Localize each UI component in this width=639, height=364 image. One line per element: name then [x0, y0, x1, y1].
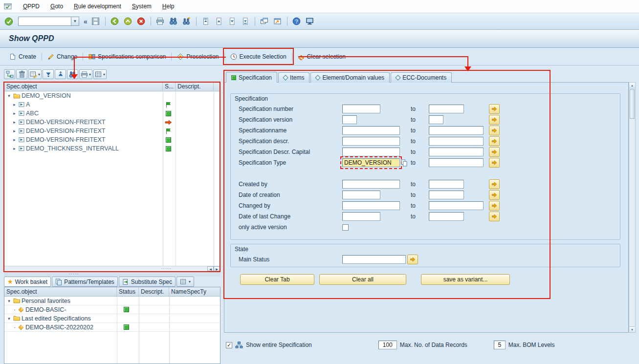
tree-row[interactable]: ▸ DEMO_THICKNESS_INTERVALL — [4, 144, 220, 153]
column-header-descript[interactable]: Descript. — [139, 287, 169, 296]
expand-icon[interactable]: ▸ — [12, 120, 17, 125]
multi-select-button[interactable] — [407, 255, 418, 264]
multi-select-button[interactable] — [489, 104, 500, 114]
menu-qppd[interactable]: QPPD — [18, 1, 45, 12]
create-shortcut-button[interactable] — [272, 16, 284, 27]
tab-specification[interactable]: Specification — [226, 72, 277, 83]
find-next-button[interactable] — [181, 16, 193, 27]
splitter-grip[interactable]: ····· — [68, 273, 79, 276]
column-settings-button[interactable]: ▾ — [28, 69, 42, 79]
spec-descr-capital-to-input[interactable] — [429, 148, 484, 156]
menu-rule-development[interactable]: Rule development — [68, 1, 127, 12]
changed-by-to-input[interactable] — [429, 201, 484, 210]
date-of-creation-from-input[interactable] — [342, 191, 380, 199]
tab-element-domain-values[interactable]: Element/Domain values — [310, 72, 390, 83]
basket-folder-row[interactable]: ▾ Personal favorites — [4, 297, 220, 305]
basket-layout-button[interactable]: ▾ — [176, 277, 194, 287]
collapse-icon[interactable]: ▾ — [6, 316, 12, 321]
tree-row[interactable]: ▸ DEMO-VERSION-FREITEXT — [4, 135, 220, 144]
first-page-button[interactable] — [200, 16, 212, 27]
system-menu-icon[interactable] — [4, 2, 13, 10]
menu-system[interactable]: System — [127, 1, 157, 12]
column-header-namespecty[interactable]: NameSpecTy — [169, 287, 220, 296]
transfer-button[interactable] — [4, 69, 15, 79]
expand-icon[interactable]: ▸ — [12, 146, 17, 151]
multi-select-button[interactable] — [489, 136, 500, 146]
spec-name-from-input[interactable] — [342, 126, 400, 135]
previous-page-button[interactable] — [213, 16, 225, 27]
layout-button[interactable]: ▾ — [93, 69, 107, 79]
scroll-right-icon[interactable]: ▶ — [214, 266, 220, 271]
back-button[interactable] — [109, 16, 121, 27]
sort-descending-button[interactable] — [43, 69, 54, 79]
menu-goto[interactable]: Goto — [45, 1, 68, 12]
date-of-creation-to-input[interactable] — [429, 191, 464, 199]
tree-row-root[interactable]: ▾ DEMO_VERSION — [4, 91, 220, 100]
changed-by-from-input[interactable] — [342, 201, 400, 210]
create-button[interactable]: Create — [5, 51, 41, 62]
collapse-icon[interactable]: ▾ — [6, 299, 12, 303]
multi-select-button[interactable] — [489, 190, 500, 200]
last-page-button[interactable] — [240, 16, 251, 27]
max-data-records-input[interactable] — [378, 341, 397, 349]
tab-ecc-documents[interactable]: ECC-Documents — [391, 72, 452, 83]
multi-select-button[interactable] — [489, 126, 500, 135]
help-button[interactable]: ? — [291, 16, 303, 27]
tab-patterns-templates[interactable]: Patterns/Templates — [52, 277, 118, 287]
save-as-variant-button[interactable]: save as variant... — [421, 274, 510, 285]
exit-button[interactable] — [122, 16, 134, 27]
spec-descr-capital-from-input[interactable] — [342, 148, 400, 156]
clear-selection-button[interactable]: Clear selection — [293, 51, 350, 62]
tab-substitute-spec[interactable]: Substitute Spec — [119, 277, 176, 287]
customize-layout-button[interactable] — [304, 16, 316, 27]
history-dropdown-icon[interactable] — [401, 159, 407, 167]
multi-select-button[interactable] — [489, 201, 500, 211]
created-by-to-input[interactable] — [429, 180, 464, 189]
change-button[interactable]: Change — [43, 51, 82, 62]
expand-icon[interactable]: ▸ — [12, 137, 17, 142]
preselection-button[interactable]: Preselection — [173, 51, 223, 62]
created-by-from-input[interactable] — [342, 180, 400, 189]
tree-horizontal-scrollbar[interactable]: ····· ◀ ▶ — [4, 266, 220, 271]
spec-type-from-input[interactable] — [342, 158, 400, 167]
scrollbar-grip[interactable]: ····· — [161, 267, 172, 270]
next-page-button[interactable] — [226, 16, 238, 27]
collapse-icon[interactable]: ▾ — [6, 93, 12, 98]
spec-version-to-input[interactable] — [429, 115, 443, 124]
command-dropdown-icon[interactable]: ▼ — [71, 17, 79, 26]
spec-type-to-input[interactable] — [429, 158, 484, 167]
sort-ascending-button[interactable] — [55, 69, 66, 79]
enter-button[interactable] — [3, 16, 15, 27]
find-in-tree-button[interactable] — [67, 69, 78, 79]
date-of-last-change-to-input[interactable] — [429, 212, 464, 221]
spec-version-from-input[interactable] — [342, 115, 357, 124]
find-button[interactable] — [168, 16, 179, 27]
new-session-button[interactable] — [259, 16, 270, 27]
column-header-status[interactable]: Status — [117, 287, 139, 296]
scrollbar-thumb[interactable] — [630, 89, 635, 119]
column-header-spec-object[interactable]: Spec.object — [4, 82, 163, 91]
show-entire-specification-checkbox[interactable]: ✓ — [226, 342, 232, 348]
multi-select-button[interactable] — [489, 212, 500, 221]
only-active-version-checkbox[interactable] — [342, 224, 349, 231]
print-button[interactable] — [154, 16, 166, 27]
horizontal-splitter[interactable]: ····· — [4, 272, 220, 277]
clear-tab-button[interactable]: Clear Tab — [240, 274, 314, 285]
scroll-left-icon[interactable]: ◀ — [207, 266, 214, 271]
delete-button[interactable] — [16, 69, 27, 79]
expand-icon[interactable]: ▸ — [12, 102, 17, 107]
spec-name-to-input[interactable] — [429, 126, 484, 135]
print-tree-button[interactable]: ▾ — [79, 69, 92, 79]
multi-select-button[interactable] — [489, 158, 500, 168]
tree-row[interactable]: ▸ ABC — [4, 109, 220, 118]
date-of-last-change-from-input[interactable] — [342, 212, 380, 221]
tree-row[interactable]: ▸ DEMO-VERSION-FREITEXT — [4, 118, 220, 127]
spec-descr-from-input[interactable] — [342, 137, 400, 146]
tab-work-basket[interactable]: ★ Work basket — [4, 277, 51, 287]
main-status-input[interactable] — [342, 255, 406, 264]
specifications-comparison-button[interactable]: Specifications comparison — [84, 51, 170, 62]
multi-select-button[interactable] — [489, 115, 500, 125]
menu-help[interactable]: Help — [157, 1, 180, 12]
tab-items[interactable]: Items — [278, 72, 309, 83]
basket-item-row[interactable]: · DEMO-BASIC-20220202 — [4, 323, 220, 332]
